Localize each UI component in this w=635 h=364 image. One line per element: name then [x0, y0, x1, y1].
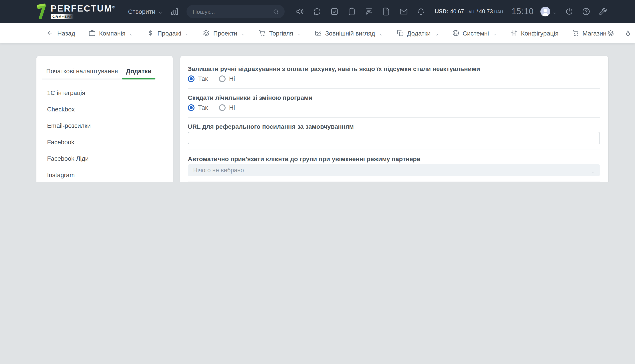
chevron-down-icon	[590, 168, 594, 172]
setting-row-3: URL для реферального посилання за замовч…	[188, 118, 600, 150]
setting-label: Автоматично прив'язати клієнта до групи …	[188, 155, 600, 163]
flame-icon[interactable]	[624, 29, 632, 37]
radio-yes-selected[interactable]	[188, 75, 195, 82]
notifications-bell-icon[interactable]	[416, 7, 425, 16]
currency-unit: UAH	[494, 9, 503, 14]
radio-yes-selected[interactable]	[188, 104, 195, 111]
nav-item-projects[interactable]: Проекти	[203, 29, 245, 37]
sidebar-tab-2[interactable]: Додатки	[122, 67, 155, 78]
brand-text: PERFECTUM® CRM+ERP	[51, 4, 116, 19]
clipboard-icon[interactable]	[347, 7, 356, 16]
nav-item-store[interactable]: Магазин	[572, 29, 606, 37]
sidebar-item[interactable]: Email-розсилки	[37, 117, 173, 134]
radio-no[interactable]	[219, 104, 226, 111]
nav-item-label: Додатки	[407, 30, 430, 36]
sidebar-item[interactable]: Facebook Ліди	[37, 150, 173, 166]
perfectum-logo-icon	[37, 3, 46, 20]
radio-group: ТакНі	[188, 103, 600, 112]
nav-item-label: Системні	[462, 30, 489, 36]
avatar[interactable]	[540, 7, 550, 16]
setting-label: Скидати лічильники зі зміною програми	[188, 94, 600, 102]
radio-option-yes[interactable]: Так	[188, 75, 208, 82]
globe-icon	[452, 29, 459, 37]
radio-label: Ні	[229, 75, 235, 82]
radio-option-yes[interactable]: Так	[188, 104, 208, 111]
currency-label: USD:	[435, 8, 448, 15]
nav-item-label: Конфігурація	[521, 30, 558, 36]
tools-wrench-icon[interactable]	[598, 7, 607, 16]
brand-name: PERFECTUM®	[51, 4, 116, 13]
radio-no[interactable]	[219, 75, 226, 82]
back-button-label: Назад	[57, 30, 75, 36]
currency-buy-value: 40.67	[450, 8, 464, 15]
navbar: Назад КомпаніяПродажіПроектиТоргівляЗовн…	[0, 23, 635, 43]
currency-unit: UAH	[465, 9, 474, 14]
tasks-icon[interactable]	[330, 7, 339, 16]
sidebar-tabs: Початкові налаштуванняДодатки	[42, 67, 140, 80]
nav-item-company[interactable]: Компанія	[88, 29, 134, 37]
document-icon[interactable]	[382, 7, 391, 16]
chevron-down-icon	[130, 31, 134, 35]
nav-item-appearance[interactable]: Зовнішній вигляд	[315, 29, 383, 37]
setting-select[interactable]: Нічого не вибрано	[188, 164, 600, 176]
sidebar-item[interactable]: Checkbox	[37, 101, 173, 117]
settings-sidebar: Початкові налаштуванняДодатки 1С інтегра…	[37, 56, 173, 182]
stats-bars-icon[interactable]	[170, 7, 179, 16]
brand-logo[interactable]: PERFECTUM® CRM+ERP	[37, 3, 116, 20]
nav-menu: КомпаніяПродажіПроектиТоргівляЗовнішній …	[88, 29, 606, 37]
sidebar-list: 1С інтеграціяCheckboxEmail-розсилкиFaceb…	[37, 80, 173, 182]
chat-bubble-icon[interactable]	[313, 7, 321, 16]
nav-item-sales[interactable]: Продажі	[147, 29, 189, 37]
setting-row-1: Залишати ручні відрахування з оплати рах…	[188, 65, 600, 89]
settings-form: Залишати ручні відрахування з оплати рах…	[188, 65, 600, 182]
chevron-down-icon	[379, 31, 383, 35]
sidebar-item[interactable]: 1С інтеграція	[37, 84, 173, 101]
chevron-down-icon	[297, 31, 301, 35]
arrow-left-icon	[46, 29, 54, 37]
search-input[interactable]	[192, 8, 273, 15]
volume-icon[interactable]	[295, 7, 304, 16]
radio-group: ТакНі	[188, 74, 600, 83]
user-menu-chevron-icon[interactable]	[552, 9, 557, 14]
setting-row-4: Автоматично прив'язати клієнта до групи …	[188, 150, 600, 182]
nav-item-label: Зовнішній вигляд	[325, 30, 375, 36]
nav-item-label: Магазин	[582, 30, 606, 36]
nav-item-label: Компанія	[99, 30, 126, 36]
radio-label: Ні	[229, 104, 235, 111]
radio-option-no[interactable]: Ні	[219, 75, 235, 82]
sidebar-item[interactable]: Instagram	[37, 166, 173, 182]
setting-label: URL для реферального посилання за замовч…	[188, 122, 600, 130]
image-icon	[315, 29, 322, 37]
chevron-down-icon	[434, 31, 438, 35]
nav-item-label: Проекти	[213, 30, 237, 36]
help-icon[interactable]	[582, 7, 590, 16]
setting-text-input[interactable]	[188, 132, 600, 144]
nav-item-trade[interactable]: Торгівля	[258, 29, 301, 37]
setting-row-2: Скидати лічильники зі зміною програмиТак…	[188, 89, 600, 118]
logout-power-icon[interactable]	[565, 7, 574, 16]
sidebar-tab-1[interactable]: Початкові налаштування	[42, 67, 122, 78]
settings-panel: Залишати ручні відрахування з оплати рах…	[180, 56, 608, 182]
briefcase-icon	[88, 29, 96, 37]
sidebar-item[interactable]: Facebook	[37, 134, 173, 150]
currency-separator: /	[476, 8, 478, 15]
topbar-right-group: USD: 40.67 UAH / 40.73 UAH 15:10	[435, 7, 635, 16]
cart-icon	[258, 29, 266, 37]
radio-label: Так	[198, 75, 208, 82]
layers-icon[interactable]	[606, 29, 614, 37]
cart-icon	[572, 29, 579, 37]
nav-item-configuration[interactable]: Конфігурація	[510, 29, 558, 37]
back-button[interactable]: Назад	[46, 29, 75, 37]
topbar-icon-group	[295, 7, 425, 16]
nav-item-label: Торгівля	[269, 30, 293, 36]
mail-icon[interactable]	[399, 7, 408, 16]
radio-option-no[interactable]: Ні	[219, 104, 235, 111]
chevron-down-icon	[493, 31, 497, 35]
search-box[interactable]	[187, 5, 285, 18]
search-icon	[273, 8, 279, 15]
create-button[interactable]: Створити	[128, 8, 163, 15]
nav-item-system[interactable]: Системні	[452, 29, 497, 37]
comments-icon[interactable]	[365, 7, 373, 16]
nav-right-icons	[606, 29, 635, 37]
nav-item-addons[interactable]: Додатки	[396, 29, 438, 37]
